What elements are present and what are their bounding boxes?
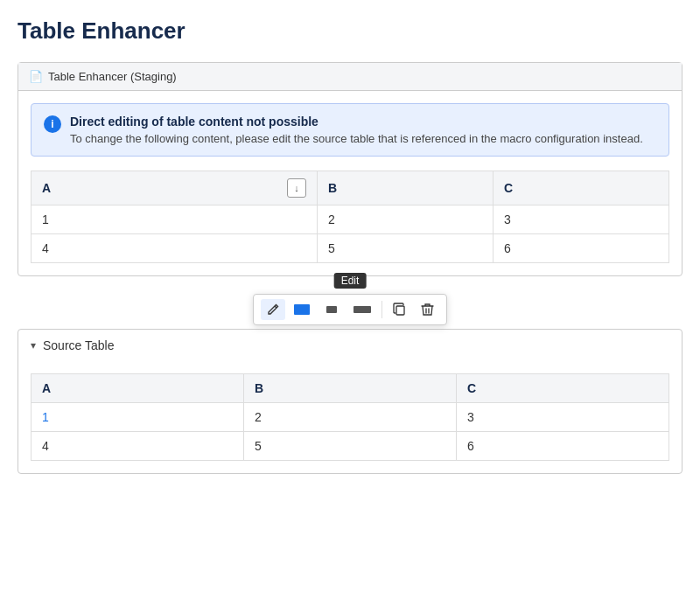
toolbar-pencil-btn[interactable] [261, 299, 285, 320]
toolbar-fullwidth-btn[interactable] [289, 300, 315, 319]
staging-panel-header: 📄 Table Enhancer (Staging) [18, 63, 682, 91]
source-col-c: C [457, 374, 669, 403]
source-cell-1-c: 3 [457, 403, 669, 432]
staging-panel-icon: 📄 [29, 70, 43, 83]
staging-cell-1-b: 2 [317, 205, 493, 234]
source-col-b: B [244, 374, 457, 403]
staging-panel-label: Table Enhancer (Staging) [48, 70, 177, 83]
source-cell-1-a: 1 [32, 403, 244, 432]
staging-panel: 📄 Table Enhancer (Staging) i Direct edit… [18, 62, 682, 276]
source-cell-2-c: 6 [457, 432, 669, 461]
staging-cell-2-c: 6 [493, 234, 668, 263]
staging-col-c: C [493, 171, 668, 205]
staging-col-a: A ↓ [32, 171, 318, 205]
info-icon: i [44, 115, 61, 133]
staging-row-2: 4 5 6 [32, 234, 669, 263]
info-description: To change the following content, please … [70, 132, 643, 145]
staging-cell-2-b: 5 [317, 234, 493, 263]
svg-rect-0 [294, 304, 310, 315]
staging-panel-body: i Direct editing of table content not po… [18, 91, 682, 275]
staging-cell-1-c: 3 [493, 205, 668, 234]
source-cell-1-b: 2 [244, 403, 457, 432]
info-title: Direct editing of table content not poss… [70, 115, 643, 129]
source-row-1: 1 2 3 [32, 403, 669, 432]
toolbar-delete-btn[interactable] [416, 299, 439, 320]
svg-rect-3 [396, 306, 404, 315]
source-col-a: A [32, 374, 244, 403]
staging-col-b: B [317, 171, 493, 205]
source-section-body: A B C 1 2 3 4 5 6 [18, 361, 682, 473]
staging-cell-2-a: 4 [32, 234, 318, 263]
source-section: ▾ Source Table A B C 1 2 3 4 5 [18, 329, 682, 474]
toolbar [253, 294, 447, 325]
toolbar-copy-btn[interactable] [388, 299, 412, 320]
source-section-header[interactable]: ▾ Source Table [18, 330, 682, 361]
toolbar-center-btn[interactable] [318, 300, 345, 319]
sort-icon[interactable]: ↓ [287, 178, 306, 198]
source-section-label: Source Table [43, 338, 114, 352]
source-cell-2-b: 5 [244, 432, 457, 461]
toolbar-wide-btn[interactable] [348, 300, 376, 319]
info-box: i Direct editing of table content not po… [31, 103, 669, 157]
source-table: A B C 1 2 3 4 5 6 [31, 373, 669, 461]
toolbar-divider [382, 301, 382, 318]
svg-rect-2 [354, 306, 371, 313]
source-row-2: 4 5 6 [32, 432, 669, 461]
page-title: Table Enhancer [18, 17, 682, 45]
chevron-down-icon: ▾ [31, 339, 36, 352]
staging-row-1: 1 2 3 [32, 205, 669, 234]
svg-rect-1 [326, 306, 337, 313]
info-text: Direct editing of table content not poss… [70, 115, 643, 145]
staging-table: A ↓ B C 1 2 3 4 5 6 [31, 171, 669, 263]
staging-cell-1-a: 1 [32, 205, 318, 234]
toolbar-container: Edit [18, 282, 682, 325]
edit-label: Edit [334, 273, 367, 289]
source-cell-2-a: 4 [32, 432, 244, 461]
